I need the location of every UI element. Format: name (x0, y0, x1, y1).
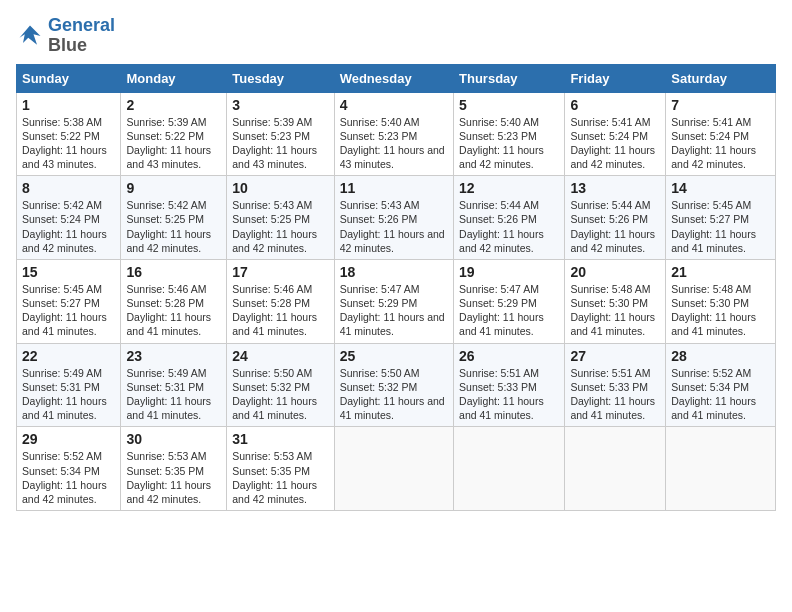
calendar-cell: 26Sunrise: 5:51 AMSunset: 5:33 PMDayligh… (454, 343, 565, 427)
day-info: Sunrise: 5:47 AMSunset: 5:29 PMDaylight:… (459, 282, 559, 339)
day-number: 26 (459, 348, 559, 364)
calendar-week-3: 15Sunrise: 5:45 AMSunset: 5:27 PMDayligh… (17, 259, 776, 343)
calendar-cell (666, 427, 776, 511)
calendar-cell: 1Sunrise: 5:38 AMSunset: 5:22 PMDaylight… (17, 92, 121, 176)
calendar-cell: 28Sunrise: 5:52 AMSunset: 5:34 PMDayligh… (666, 343, 776, 427)
calendar-cell: 5Sunrise: 5:40 AMSunset: 5:23 PMDaylight… (454, 92, 565, 176)
day-info: Sunrise: 5:50 AMSunset: 5:32 PMDaylight:… (232, 366, 328, 423)
weekday-header-saturday: Saturday (666, 64, 776, 92)
day-info: Sunrise: 5:52 AMSunset: 5:34 PMDaylight:… (22, 449, 115, 506)
day-number: 11 (340, 180, 448, 196)
day-number: 16 (126, 264, 221, 280)
day-info: Sunrise: 5:40 AMSunset: 5:23 PMDaylight:… (459, 115, 559, 172)
calendar-cell: 16Sunrise: 5:46 AMSunset: 5:28 PMDayligh… (121, 259, 227, 343)
day-number: 12 (459, 180, 559, 196)
day-number: 3 (232, 97, 328, 113)
weekday-header-tuesday: Tuesday (227, 64, 334, 92)
calendar-cell: 17Sunrise: 5:46 AMSunset: 5:28 PMDayligh… (227, 259, 334, 343)
day-info: Sunrise: 5:46 AMSunset: 5:28 PMDaylight:… (232, 282, 328, 339)
day-number: 27 (570, 348, 660, 364)
day-info: Sunrise: 5:41 AMSunset: 5:24 PMDaylight:… (570, 115, 660, 172)
day-number: 7 (671, 97, 770, 113)
day-info: Sunrise: 5:53 AMSunset: 5:35 PMDaylight:… (232, 449, 328, 506)
day-number: 31 (232, 431, 328, 447)
day-number: 2 (126, 97, 221, 113)
calendar-cell: 15Sunrise: 5:45 AMSunset: 5:27 PMDayligh… (17, 259, 121, 343)
day-info: Sunrise: 5:44 AMSunset: 5:26 PMDaylight:… (459, 198, 559, 255)
day-number: 4 (340, 97, 448, 113)
calendar-cell (565, 427, 666, 511)
calendar-cell (334, 427, 453, 511)
day-number: 20 (570, 264, 660, 280)
day-number: 24 (232, 348, 328, 364)
day-number: 1 (22, 97, 115, 113)
calendar-cell: 4Sunrise: 5:40 AMSunset: 5:23 PMDaylight… (334, 92, 453, 176)
calendar-cell: 31Sunrise: 5:53 AMSunset: 5:35 PMDayligh… (227, 427, 334, 511)
day-number: 25 (340, 348, 448, 364)
day-info: Sunrise: 5:48 AMSunset: 5:30 PMDaylight:… (671, 282, 770, 339)
calendar-cell: 21Sunrise: 5:48 AMSunset: 5:30 PMDayligh… (666, 259, 776, 343)
day-info: Sunrise: 5:42 AMSunset: 5:25 PMDaylight:… (126, 198, 221, 255)
day-info: Sunrise: 5:44 AMSunset: 5:26 PMDaylight:… (570, 198, 660, 255)
day-info: Sunrise: 5:43 AMSunset: 5:26 PMDaylight:… (340, 198, 448, 255)
calendar-cell: 7Sunrise: 5:41 AMSunset: 5:24 PMDaylight… (666, 92, 776, 176)
logo: GeneralBlue (16, 16, 115, 56)
calendar-table: SundayMondayTuesdayWednesdayThursdayFrid… (16, 64, 776, 511)
day-info: Sunrise: 5:49 AMSunset: 5:31 PMDaylight:… (126, 366, 221, 423)
day-info: Sunrise: 5:41 AMSunset: 5:24 PMDaylight:… (671, 115, 770, 172)
day-number: 6 (570, 97, 660, 113)
calendar-cell: 6Sunrise: 5:41 AMSunset: 5:24 PMDaylight… (565, 92, 666, 176)
day-info: Sunrise: 5:47 AMSunset: 5:29 PMDaylight:… (340, 282, 448, 339)
calendar-week-4: 22Sunrise: 5:49 AMSunset: 5:31 PMDayligh… (17, 343, 776, 427)
calendar-cell: 20Sunrise: 5:48 AMSunset: 5:30 PMDayligh… (565, 259, 666, 343)
day-number: 15 (22, 264, 115, 280)
day-number: 19 (459, 264, 559, 280)
day-number: 29 (22, 431, 115, 447)
day-info: Sunrise: 5:52 AMSunset: 5:34 PMDaylight:… (671, 366, 770, 423)
day-info: Sunrise: 5:46 AMSunset: 5:28 PMDaylight:… (126, 282, 221, 339)
logo-icon (16, 22, 44, 50)
calendar-cell: 22Sunrise: 5:49 AMSunset: 5:31 PMDayligh… (17, 343, 121, 427)
weekday-header-wednesday: Wednesday (334, 64, 453, 92)
calendar-cell (454, 427, 565, 511)
calendar-cell: 9Sunrise: 5:42 AMSunset: 5:25 PMDaylight… (121, 176, 227, 260)
calendar-week-2: 8Sunrise: 5:42 AMSunset: 5:24 PMDaylight… (17, 176, 776, 260)
day-number: 21 (671, 264, 770, 280)
day-info: Sunrise: 5:49 AMSunset: 5:31 PMDaylight:… (22, 366, 115, 423)
calendar-cell: 27Sunrise: 5:51 AMSunset: 5:33 PMDayligh… (565, 343, 666, 427)
calendar-cell: 23Sunrise: 5:49 AMSunset: 5:31 PMDayligh… (121, 343, 227, 427)
day-info: Sunrise: 5:42 AMSunset: 5:24 PMDaylight:… (22, 198, 115, 255)
calendar-cell: 13Sunrise: 5:44 AMSunset: 5:26 PMDayligh… (565, 176, 666, 260)
day-info: Sunrise: 5:51 AMSunset: 5:33 PMDaylight:… (570, 366, 660, 423)
calendar-cell: 11Sunrise: 5:43 AMSunset: 5:26 PMDayligh… (334, 176, 453, 260)
day-info: Sunrise: 5:45 AMSunset: 5:27 PMDaylight:… (22, 282, 115, 339)
logo-text: GeneralBlue (48, 16, 115, 56)
calendar-cell: 2Sunrise: 5:39 AMSunset: 5:22 PMDaylight… (121, 92, 227, 176)
calendar-cell: 18Sunrise: 5:47 AMSunset: 5:29 PMDayligh… (334, 259, 453, 343)
day-info: Sunrise: 5:51 AMSunset: 5:33 PMDaylight:… (459, 366, 559, 423)
day-number: 14 (671, 180, 770, 196)
day-number: 30 (126, 431, 221, 447)
day-info: Sunrise: 5:50 AMSunset: 5:32 PMDaylight:… (340, 366, 448, 423)
calendar-cell: 14Sunrise: 5:45 AMSunset: 5:27 PMDayligh… (666, 176, 776, 260)
calendar-cell: 25Sunrise: 5:50 AMSunset: 5:32 PMDayligh… (334, 343, 453, 427)
day-info: Sunrise: 5:38 AMSunset: 5:22 PMDaylight:… (22, 115, 115, 172)
calendar-week-5: 29Sunrise: 5:52 AMSunset: 5:34 PMDayligh… (17, 427, 776, 511)
day-number: 22 (22, 348, 115, 364)
weekday-header-friday: Friday (565, 64, 666, 92)
calendar-cell: 10Sunrise: 5:43 AMSunset: 5:25 PMDayligh… (227, 176, 334, 260)
weekday-header-monday: Monday (121, 64, 227, 92)
calendar-cell: 30Sunrise: 5:53 AMSunset: 5:35 PMDayligh… (121, 427, 227, 511)
day-number: 13 (570, 180, 660, 196)
weekday-header-thursday: Thursday (454, 64, 565, 92)
calendar-cell: 12Sunrise: 5:44 AMSunset: 5:26 PMDayligh… (454, 176, 565, 260)
day-info: Sunrise: 5:53 AMSunset: 5:35 PMDaylight:… (126, 449, 221, 506)
day-number: 18 (340, 264, 448, 280)
day-info: Sunrise: 5:40 AMSunset: 5:23 PMDaylight:… (340, 115, 448, 172)
day-number: 28 (671, 348, 770, 364)
day-info: Sunrise: 5:43 AMSunset: 5:25 PMDaylight:… (232, 198, 328, 255)
calendar-week-1: 1Sunrise: 5:38 AMSunset: 5:22 PMDaylight… (17, 92, 776, 176)
day-info: Sunrise: 5:39 AMSunset: 5:22 PMDaylight:… (126, 115, 221, 172)
weekday-header-sunday: Sunday (17, 64, 121, 92)
day-info: Sunrise: 5:45 AMSunset: 5:27 PMDaylight:… (671, 198, 770, 255)
